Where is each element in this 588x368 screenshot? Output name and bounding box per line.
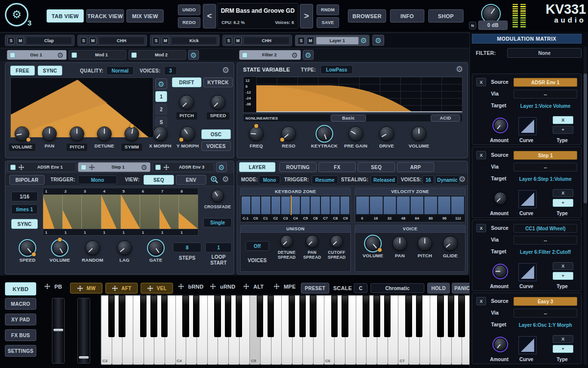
zone-segment[interactable] <box>261 196 270 214</box>
solo-button[interactable]: S <box>7 37 15 45</box>
pan-spread-knob[interactable] <box>306 235 318 248</box>
target-value[interactable]: Layer 6:Step 1:Volume <box>514 174 577 183</box>
piano-black-key[interactable] <box>448 295 454 337</box>
piano-black-key[interactable] <box>161 295 168 337</box>
voice-pitch-knob[interactable] <box>417 236 432 251</box>
piano-black-key[interactable] <box>257 295 263 337</box>
seq-settings-gear-icon[interactable]: ⚙ <box>222 175 229 183</box>
acid-button[interactable]: ACID <box>431 115 460 122</box>
target-value[interactable]: Layer 6:Filter 2:Cutoff <box>514 247 577 256</box>
zone-segment[interactable] <box>251 196 260 214</box>
type-x-button[interactable]: X <box>553 189 573 197</box>
step-cell[interactable] <box>160 195 179 229</box>
zone-segment[interactable] <box>341 196 349 214</box>
zone-segment[interactable] <box>311 196 319 214</box>
piano-black-key[interactable] <box>373 295 380 337</box>
step-cell[interactable] <box>82 195 101 229</box>
seq-sync-button[interactable]: SYNC <box>11 219 38 229</box>
crossfade-value[interactable]: Single <box>203 218 232 227</box>
browser-button[interactable]: BROWSER <box>348 9 386 23</box>
track-strip[interactable]: S M Kick <box>150 35 220 46</box>
tab-layer[interactable]: LAYER <box>239 162 275 172</box>
seq-lag-knob[interactable] <box>117 241 132 255</box>
filter-freq-knob[interactable] <box>249 126 264 141</box>
zone-segment[interactable] <box>356 196 369 214</box>
pitch-bend-wheel[interactable] <box>52 298 65 364</box>
bipolar-button[interactable]: BIPOLAR <box>9 175 45 185</box>
tab-fx[interactable]: FX <box>318 162 356 172</box>
seq-volume-knob[interactable] <box>52 241 67 255</box>
track-strip[interactable]: S M CHH <box>222 35 292 46</box>
zone-segment[interactable] <box>438 196 451 214</box>
solo-button[interactable]: S <box>225 37 232 45</box>
curve-display[interactable] <box>518 190 537 208</box>
mod-tab-adsr1[interactable]: ADSR Env 1 <box>7 162 76 172</box>
mute-button[interactable]: M <box>162 37 169 45</box>
wave-slot-1-button[interactable]: 1 <box>155 91 167 102</box>
nonlinearity-basic-button[interactable]: Basic <box>331 115 366 122</box>
seq-speed-knob[interactable] <box>20 241 35 255</box>
solo-button[interactable]: S <box>80 37 87 45</box>
piano-black-key[interactable] <box>193 295 199 337</box>
type-plus-button[interactable]: + <box>553 126 573 134</box>
seq-times-value[interactable]: times 1 <box>11 204 38 214</box>
mode-value[interactable]: Mono <box>259 175 280 184</box>
module-mod1[interactable]: Mod 1 <box>69 50 126 60</box>
via-value[interactable]: -- <box>514 163 577 172</box>
mute-button[interactable]: M <box>89 37 97 45</box>
keyboard-zone-bars[interactable] <box>241 196 350 215</box>
info-button[interactable]: INFO <box>390 9 424 23</box>
drift-speed-knob[interactable] <box>211 95 225 110</box>
step1-gear-icon[interactable]: ⚙ <box>141 164 147 171</box>
voice-glide-knob[interactable] <box>443 236 458 251</box>
mod-wheel[interactable] <box>77 298 90 364</box>
scale-key-value[interactable]: C <box>354 283 368 293</box>
redo-button[interactable]: REDO <box>178 17 200 28</box>
step-cell[interactable] <box>101 195 121 229</box>
osc-mode-voices-button[interactable]: VOICES <box>201 141 231 151</box>
step1-enable-checkbox[interactable] <box>81 165 86 170</box>
mw-control[interactable]: MW <box>70 283 102 294</box>
slot-delete-button[interactable]: X <box>476 151 486 159</box>
urnd-control[interactable]: uRND <box>210 283 235 290</box>
piano-black-key[interactable] <box>342 295 348 337</box>
osc-symm-knob[interactable] <box>124 126 139 141</box>
zone-segment[interactable] <box>331 196 340 214</box>
filter-pregain-knob[interactable] <box>348 126 363 141</box>
seq-rate-value[interactable]: 1/16 <box>11 192 38 201</box>
scale-name-value[interactable]: Chromatic <box>370 283 424 293</box>
adsr3-enable-checkbox[interactable] <box>155 165 161 170</box>
wave-gear-button[interactable]: ⚙ <box>155 78 167 89</box>
detune-spread-knob[interactable] <box>280 235 293 248</box>
curve-display[interactable] <box>518 117 537 135</box>
xypad-button[interactable]: XY PAD <box>5 314 36 325</box>
alt-control[interactable]: ALT <box>243 283 264 290</box>
loop-start-value[interactable]: 1 <box>205 243 232 252</box>
curve-display[interactable] <box>518 263 537 281</box>
preset-button[interactable]: PRESET <box>301 283 329 294</box>
tab-view-button[interactable]: TAB VIEW <box>47 9 84 23</box>
track-add-gear-button[interactable]: ⚙ <box>372 35 384 46</box>
zone-segment[interactable] <box>281 196 290 214</box>
source-value[interactable]: CC1 (Mod Wheel) <box>514 224 577 233</box>
dynamic-value[interactable]: Dynamic <box>435 175 460 184</box>
normalize-toggle[interactable]: N <box>469 22 476 29</box>
source-value[interactable]: Easy 3 <box>514 297 577 306</box>
brnd-control[interactable]: bRND <box>178 283 203 290</box>
via-value[interactable]: -- <box>514 236 577 245</box>
type-x-button[interactable]: X <box>553 116 573 124</box>
solo-button[interactable]: S <box>152 37 160 45</box>
vel-control[interactable]: VEL <box>141 283 173 294</box>
source-value[interactable]: ADSR Env 1 <box>514 78 577 87</box>
mod-trigger-value[interactable]: Mono <box>78 175 117 184</box>
mute-button[interactable]: M <box>307 37 314 45</box>
step-cell[interactable] <box>43 195 63 229</box>
pb-control[interactable]: PB <box>44 283 62 290</box>
mod-tab-step1-selected[interactable]: Step 1 ⚙ <box>78 162 150 172</box>
osc-free-button[interactable]: FREE <box>10 66 35 75</box>
filter-keytrack-knob[interactable] <box>317 126 332 141</box>
zone-segment[interactable] <box>301 196 310 214</box>
osc-settings-gear-icon[interactable]: ⚙ <box>222 66 229 74</box>
osc-pitch-knob[interactable] <box>70 126 84 141</box>
quality-value[interactable]: Normal <box>106 66 134 75</box>
